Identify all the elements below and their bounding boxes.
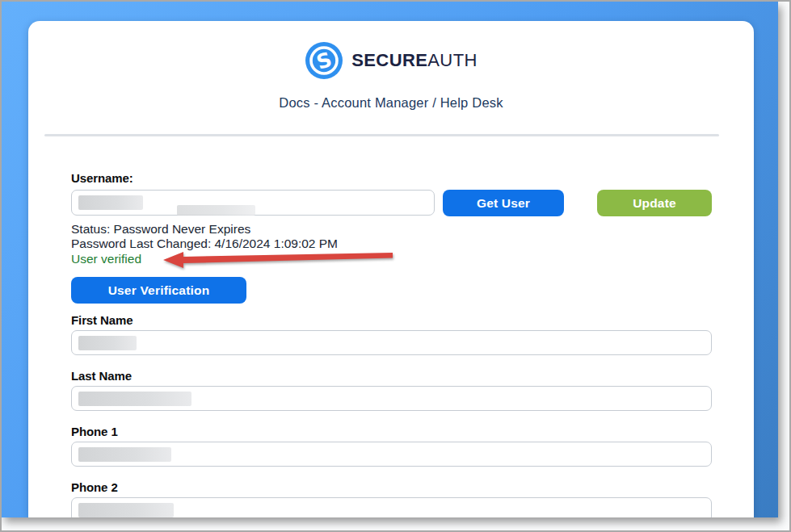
update-button[interactable]: Update (597, 190, 712, 216)
app-window: S SECUREAUTH Docs - Account Manager / He… (2, 2, 778, 517)
get-user-button[interactable]: Get User (443, 190, 564, 216)
redacted-username-value-2 (177, 205, 255, 216)
field-group-first-name: First Name (71, 313, 712, 355)
status-block: Status: Password Never Expires Password … (71, 222, 712, 250)
page-title: Docs - Account Manager / Help Desk (28, 95, 754, 111)
redacted-first-name-value (78, 336, 137, 350)
user-verification-button[interactable]: User Verification (71, 277, 246, 304)
wordmark-auth: AUTH (427, 50, 478, 70)
first-name-label: First Name (71, 313, 712, 327)
redacted-username-value (78, 195, 143, 210)
red-arrow-annotation-icon (162, 249, 396, 269)
username-row: Get User Update (71, 190, 712, 216)
verified-row: User verified (71, 252, 712, 266)
secureauth-logo-icon: S (305, 41, 343, 80)
content-card: S SECUREAUTH Docs - Account Manager / He… (28, 21, 754, 517)
phone-2-label: Phone 2 (71, 480, 712, 494)
user-verified-text: User verified (71, 252, 141, 266)
redacted-phone-1-value (78, 447, 171, 462)
username-label: Username: (71, 171, 712, 185)
first-name-input[interactable] (71, 330, 712, 355)
status-line-password-changed: Password Last Changed: 4/16/2024 1:09:02… (71, 237, 712, 251)
wordmark-secure: SECURE (351, 50, 427, 70)
phone-1-input[interactable] (71, 442, 712, 467)
last-name-input[interactable] (71, 386, 712, 411)
redacted-phone-2-value (78, 503, 174, 517)
username-input[interactable] (71, 190, 435, 216)
phone-2-input[interactable] (71, 497, 712, 517)
last-name-label: Last Name (71, 369, 712, 383)
brand-wordmark: SECUREAUTH (351, 50, 478, 71)
phone-1-label: Phone 1 (71, 425, 712, 438)
account-form: Username: Get User Update Status: Passwo… (28, 171, 754, 517)
field-group-phone-1: Phone 1 (71, 425, 712, 467)
field-group-last-name: Last Name (71, 369, 712, 411)
header-divider (44, 134, 719, 136)
status-line-expiry: Status: Password Never Expires (71, 222, 712, 237)
brand-header: S SECUREAUTH (28, 41, 754, 80)
field-group-phone-2: Phone 2 (71, 480, 712, 517)
screenshot-frame: S SECUREAUTH Docs - Account Manager / He… (0, 0, 791, 532)
redacted-last-name-value (78, 392, 191, 406)
